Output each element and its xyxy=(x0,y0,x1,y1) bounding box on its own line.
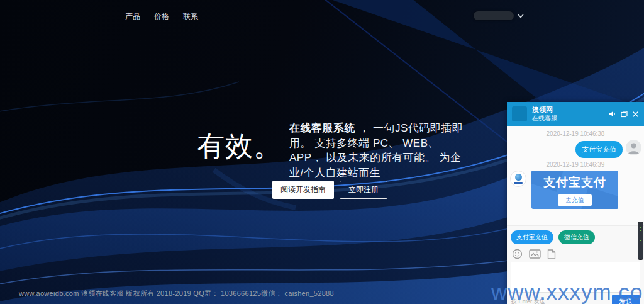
message-timestamp: 2020-12-19 10:46:39 xyxy=(507,161,644,168)
register-now-button[interactable]: 立即注册 xyxy=(340,181,387,199)
chat-toolbar xyxy=(507,247,644,262)
user-message-row: 支付宝充值 xyxy=(507,140,644,158)
nav-link-contact[interactable]: 联系 xyxy=(183,11,198,22)
account-dropdown[interactable] xyxy=(474,11,524,20)
nav-link-pricing[interactable]: 价格 xyxy=(154,11,169,22)
chat-header-icons xyxy=(609,110,639,118)
user-avatar xyxy=(626,140,641,155)
enter-to-send-hint: 按 Enter 发送 xyxy=(511,298,545,304)
agent-message-row: 支付宝支付 去充值 xyxy=(507,171,644,209)
emoji-icon[interactable] xyxy=(512,249,523,259)
agent-avatar-logo xyxy=(515,174,522,181)
alipay-card-title: 支付宝支付 xyxy=(543,174,606,191)
alipay-payment-card[interactable]: 支付宝支付 去充值 xyxy=(531,171,618,209)
quick-reply-wechat-button[interactable]: 微信充值 xyxy=(558,230,595,244)
agent-avatar xyxy=(510,171,526,187)
send-row: 按 Enter 发送 发送 xyxy=(507,293,644,304)
chat-subtitle: 在线客服 xyxy=(532,115,609,123)
message-input-box xyxy=(511,262,640,293)
go-recharge-button[interactable]: 去充值 xyxy=(558,194,592,206)
quick-reply-alipay-button[interactable]: 支付宝充值 xyxy=(511,230,553,244)
copyright-text: www.aoweidb.com 澳领在线客服 版权所有 2018-2019 QQ… xyxy=(19,289,334,298)
hero-description-lead: 在线客服系统 xyxy=(289,122,355,134)
file-upload-icon[interactable] xyxy=(547,249,556,259)
agent-avatar-wordmark xyxy=(514,182,523,184)
hero-buttons: 阅读开发指南 立即注册 xyxy=(272,181,387,199)
send-button[interactable]: 发送 xyxy=(612,295,640,304)
chat-title: 澳领网 xyxy=(532,106,609,115)
chat-widget: 澳领网 在线客服 2020-12-19 10:46:38 支付宝充值 xyxy=(507,102,644,304)
scrollbar[interactable] xyxy=(638,222,643,260)
chat-footer: 支付宝充值 微信充值 按 Enter 发送 发送 xyxy=(507,225,644,304)
account-name-blurred xyxy=(474,11,514,20)
landing-page: 产品 价格 联系 有效。 在线客服系统 ， 一句JS代码即插即用。 支持多终端 … xyxy=(0,0,644,304)
message-timestamp: 2020-12-19 10:46:38 xyxy=(507,130,644,137)
hero-description: 在线客服系统 ， 一句JS代码即插即用。 支持多终端 PC、 WEB、 APP，… xyxy=(289,121,473,180)
chat-message-list[interactable]: 2020-12-19 10:46:38 支付宝充值 2020-12-19 10:… xyxy=(507,126,644,225)
popout-window-icon[interactable] xyxy=(621,111,628,118)
volume-icon[interactable] xyxy=(609,110,616,118)
read-dev-guide-button[interactable]: 阅读开发指南 xyxy=(272,181,334,199)
quick-reply-row: 支付宝充值 微信充值 xyxy=(507,226,644,247)
hero-title: 有效。 xyxy=(197,128,282,165)
message-input[interactable] xyxy=(511,262,640,292)
chevron-down-icon xyxy=(518,14,524,18)
chat-titles: 澳领网 在线客服 xyxy=(532,106,609,122)
chat-brand-avatar xyxy=(512,106,527,121)
top-navigation: 产品 价格 联系 xyxy=(125,11,198,22)
close-icon[interactable] xyxy=(632,111,639,118)
chat-header: 澳领网 在线客服 xyxy=(507,102,644,126)
image-upload-icon[interactable] xyxy=(529,249,541,259)
nav-link-products[interactable]: 产品 xyxy=(125,11,140,22)
user-message-bubble: 支付宝充值 xyxy=(575,141,623,158)
